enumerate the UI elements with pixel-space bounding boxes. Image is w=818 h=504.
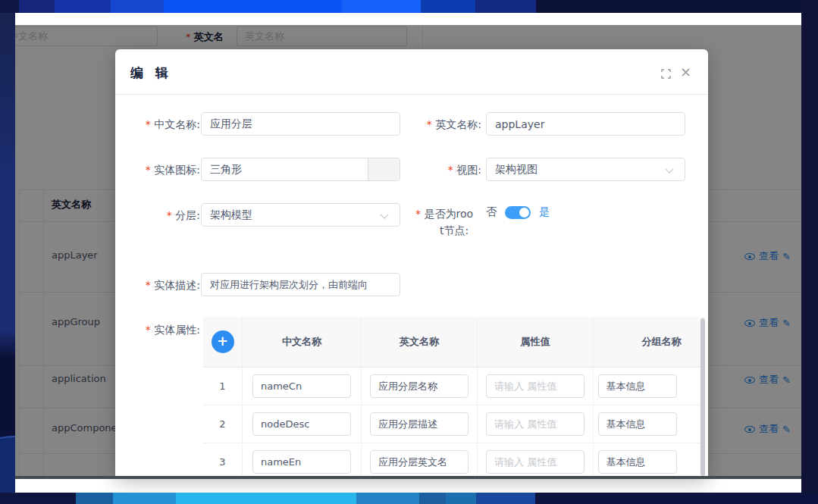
frame-bottom-segment [0,493,76,504]
view-select[interactable] [486,158,685,181]
is-root-toggle-group: 否 是 [486,205,550,219]
layer-label: 分层: [115,209,200,223]
frame-top-segment [111,0,164,13]
attr-cn-input[interactable] [252,412,351,436]
entity-desc-input[interactable] [201,273,400,296]
root-toggle-switch[interactable] [505,206,531,219]
en-name-input[interactable] [486,112,685,136]
icon-preview-box[interactable] [368,158,400,180]
attr-row-number: 2 [203,405,243,443]
view-label: 视图: [396,164,481,177]
page-bottom-edge [15,476,801,479]
attr-table-row: 3 [203,443,705,477]
attr-group-input[interactable] [598,374,677,398]
frame-bottom-segment [113,493,176,504]
attr-table-row: 2 [203,405,705,443]
cn-name-label: 中文名称: [115,118,200,132]
entity-attrs-label: 实体属性: [115,324,200,337]
is-root-label-line1: 是否为roo [415,208,473,220]
frame-top-segment [475,0,536,13]
modal-header-divider [115,94,708,95]
attr-value-input[interactable] [486,412,585,436]
desktop: 中文名称 英文名 英文名称 英文名称 appLayer appGroup app… [0,0,818,504]
frame-bottom-segment [419,493,446,504]
attr-table-row: 1 [203,368,705,405]
app-window: 中文名称 英文名 英文名称 英文名称 appLayer appGroup app… [15,13,801,493]
add-attr-button[interactable]: + [212,330,234,353]
attr-col-header: 中文名称 [243,317,362,367]
attr-table: + 中文名称 英文名称 属性值 分组名称 1 2 [203,317,705,477]
frame-circle-decor [0,436,15,493]
attr-value-input[interactable] [486,450,585,474]
attr-row-number: 3 [203,443,243,477]
toggle-on-text: 是 [539,205,550,219]
attr-group-input[interactable] [598,412,677,436]
frame-top-segment [342,0,421,13]
is-root-label: 是否为roo t节点: [415,205,485,239]
frame-bottom-segment [535,493,818,504]
cn-name-input[interactable] [201,112,400,136]
attr-row-number: 1 [203,368,243,405]
attr-table-scrollbar[interactable] [700,318,705,476]
close-icon[interactable]: × [680,65,691,79]
frame-top-segment [55,0,111,13]
attr-cn-input[interactable] [252,374,351,398]
edit-modal: 编 辑 × 中文名称: 英文名称: 实体图标: 视图: 分层: 是否为roo [115,49,708,477]
frame-top-segment [19,0,55,13]
entity-desc-label: 实体描述: [115,279,200,293]
en-name-label: 英文名称: [396,118,481,132]
frame-top-segment [536,0,818,13]
is-root-label-line2: t节点: [440,224,469,236]
frame-top-segment [164,0,342,13]
attr-en-input[interactable] [370,412,469,436]
frame-left-strip [0,13,15,493]
attr-cn-input[interactable] [252,450,351,474]
attr-value-input[interactable] [486,374,585,398]
toggle-off-text: 否 [486,205,497,219]
frame-top-segment [0,0,19,13]
attr-en-input[interactable] [370,450,469,474]
frame-bottom-segment [476,493,535,504]
frame-right-strip [801,0,818,504]
frame-bottom-segment [176,493,356,504]
frame-bottom-segment [446,493,476,504]
modal-title: 编 辑 [130,64,172,82]
frame-top-segment [421,0,475,13]
layer-select[interactable] [201,203,400,227]
entity-icon-label: 实体图标: [115,164,200,177]
frame-bottom-segment [356,493,419,504]
attr-table-header-row: + 中文名称 英文名称 属性值 分组名称 [203,317,705,368]
frame-bottom-segment [76,493,113,504]
attr-en-input[interactable] [370,374,469,398]
attr-col-header: 英文名称 [362,317,478,367]
fullscreen-icon[interactable] [661,69,671,79]
attr-col-header: 分组名称 [594,317,705,367]
attr-col-header: 属性值 [478,317,594,367]
attr-group-input[interactable] [598,450,677,474]
